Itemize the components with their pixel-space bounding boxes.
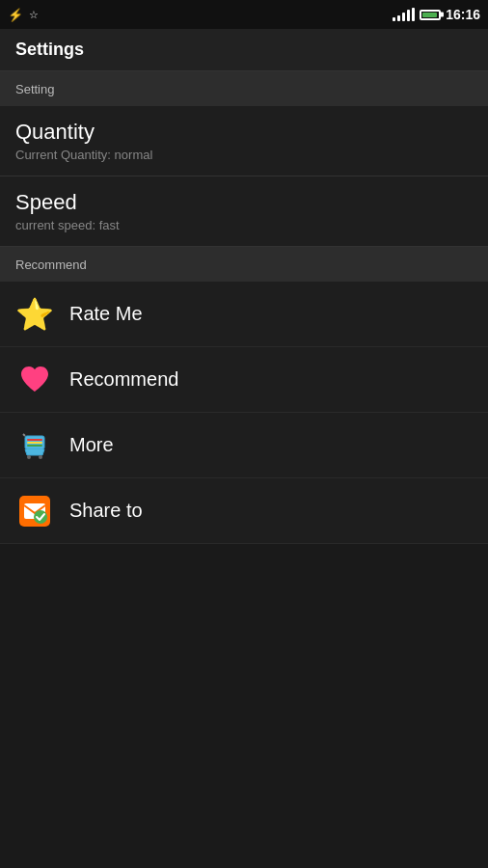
rate-me-label: Rate Me	[69, 303, 143, 325]
page-title: Settings	[15, 40, 84, 60]
clock: 16:16	[446, 7, 480, 22]
more-label: More	[69, 434, 114, 456]
empty-area	[0, 544, 488, 814]
recommend-item-rate[interactable]: ⭐ Rate Me	[0, 282, 488, 347]
cart-icon	[15, 426, 54, 465]
section-header-setting: Setting	[0, 71, 488, 106]
recommend-item-recommend[interactable]: Recommend	[0, 347, 488, 413]
signal-icon	[393, 8, 415, 21]
battery-icon	[420, 10, 441, 20]
usb-icon: ⚡	[8, 8, 23, 22]
section-header-recommend: Recommend	[0, 247, 488, 282]
star-icon: ⭐	[15, 295, 54, 334]
title-bar: Settings	[0, 29, 488, 71]
quantity-title: Quantity	[15, 120, 473, 145]
status-left-icons: ⚡ ☆	[8, 8, 39, 22]
svg-point-1	[27, 455, 31, 459]
speed-title: Speed	[15, 190, 473, 215]
speed-subtitle: current speed: fast	[15, 218, 473, 232]
quantity-subtitle: Current Quantity: normal	[15, 148, 473, 162]
setting-item-quantity[interactable]: Quantity Current Quantity: normal	[0, 106, 488, 176]
share-to-label: Share to	[69, 500, 143, 522]
section-label-setting: Setting	[15, 82, 54, 96]
heart-icon	[15, 361, 54, 399]
status-bar: ⚡ ☆ 16:16	[0, 0, 488, 29]
section-label-recommend: Recommend	[15, 258, 87, 272]
svg-rect-5	[27, 445, 42, 447]
recommend-item-more[interactable]: More	[0, 413, 488, 478]
recommend-item-share[interactable]: Share to	[0, 478, 488, 544]
svg-rect-3	[27, 439, 42, 441]
notification-icon: ☆	[29, 9, 39, 21]
recommend-label: Recommend	[69, 368, 178, 391]
svg-point-2	[39, 455, 42, 459]
svg-rect-4	[27, 442, 42, 444]
share-icon	[15, 492, 54, 530]
status-right-icons: 16:16	[393, 7, 480, 22]
setting-item-speed[interactable]: Speed current speed: fast	[0, 176, 488, 247]
